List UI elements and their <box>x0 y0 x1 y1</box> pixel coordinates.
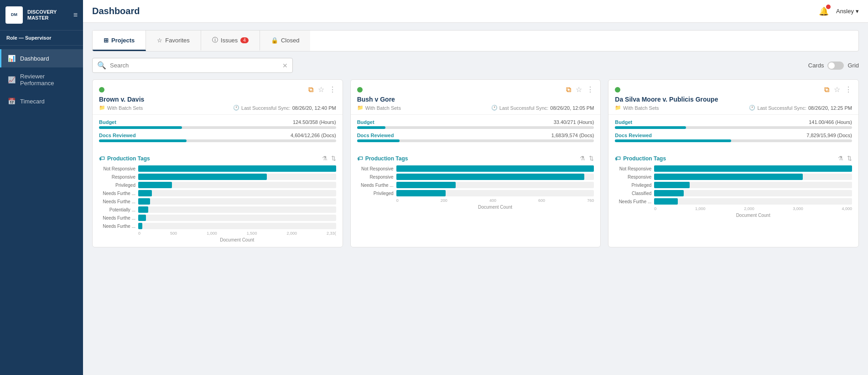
sync-icon: 🕐 <box>233 105 239 111</box>
card-header: ⧉ ☆ ⋮ Da Silva Moore v. Publicis Groupe … <box>608 80 858 115</box>
issues-badge: 4 <box>240 37 249 43</box>
search-input[interactable] <box>110 62 279 69</box>
bar-row: Needs Furthe ... <box>99 215 336 221</box>
filter-button[interactable]: ⚗ <box>580 155 585 162</box>
bar-chart: Not Responsive Responsive Needs Furthe .… <box>351 165 601 214</box>
card-sync: 🕐 Last Successful Sync: 08/26/20, 12:40 … <box>233 105 336 111</box>
card-title: Brown v. Davis <box>99 96 336 103</box>
sidebar-item-timecard[interactable]: 📅 Timecard <box>0 92 83 110</box>
hamburger-icon[interactable]: ≡ <box>73 11 78 19</box>
user-menu[interactable]: Ansley ▾ <box>836 8 859 15</box>
more-options-button[interactable]: ⋮ <box>587 85 594 94</box>
x-tick: 400 <box>489 198 496 203</box>
tags-controls: ⚗ ⇅ <box>580 155 594 162</box>
copy-button[interactable]: ⧉ <box>824 86 829 94</box>
x-tick: 0 <box>654 206 656 211</box>
bar-track <box>396 165 594 172</box>
sync-icon: 🕐 <box>749 105 755 111</box>
docs-stat: Docs Reviewed 4,604/12,266 (Docs) <box>99 133 336 142</box>
copy-button[interactable]: ⧉ <box>308 86 313 94</box>
card-top-row: ⧉ ☆ ⋮ <box>99 85 336 94</box>
card-batch-sets: 📁 With Batch Sets <box>99 105 143 111</box>
tab-issues[interactable]: ⓘ Issues 4 <box>201 31 260 51</box>
tags-label: Production Tags <box>365 155 408 162</box>
favorite-button[interactable]: ☆ <box>834 85 840 94</box>
bar-track <box>654 165 852 172</box>
budget-label: Budget <box>99 119 116 125</box>
more-options-button[interactable]: ⋮ <box>329 85 336 94</box>
sort-button[interactable]: ⇅ <box>331 155 336 162</box>
budget-value: 124.50/358 (Hours) <box>293 119 336 125</box>
batch-sets-icon: 📁 <box>99 105 105 111</box>
bar-track <box>138 190 336 196</box>
x-tick: 500 <box>170 231 177 236</box>
card-stats: Budget 124.50/358 (Hours) Docs Reviewed … <box>93 115 343 150</box>
bar-chart: Not Responsive Responsive Privileged <box>93 165 343 247</box>
notification-icon[interactable]: 🔔 <box>819 6 829 16</box>
favorite-button[interactable]: ☆ <box>576 85 582 94</box>
x-axis-label: Document Count <box>357 205 594 210</box>
sidebar-logo: DM DISCOVERY MASTER ≡ <box>0 0 83 31</box>
docs-progress-fill <box>357 139 400 142</box>
sidebar-nav: 📊 Dashboard 📈 Reviewer Performance 📅 Tim… <box>0 46 83 114</box>
sidebar-item-reviewer-performance[interactable]: 📈 Reviewer Performance <box>0 67 83 92</box>
x-tick: 0 <box>138 231 140 236</box>
budget-stat: Budget 124.50/358 (Hours) <box>99 119 336 129</box>
card-header: ⧉ ☆ ⋮ Bush v Gore 📁 With Batch Sets 🕐 <box>351 80 601 115</box>
notification-badge <box>826 5 831 9</box>
card-top-row: ⧉ ☆ ⋮ <box>357 85 594 94</box>
bar-row: Responsive <box>615 174 852 180</box>
sidebar-item-dashboard[interactable]: 📊 Dashboard <box>0 49 83 67</box>
bar-fill <box>138 174 267 180</box>
bar-fill <box>654 174 802 180</box>
more-options-button[interactable]: ⋮ <box>845 85 852 94</box>
card-tags-section: 🏷 Production Tags ⚗ ⇅ <box>351 150 601 162</box>
bar-track <box>654 190 852 196</box>
bar-fill <box>396 165 594 172</box>
card-header: ⧉ ☆ ⋮ Brown v. Davis 📁 With Batch Sets 🕐 <box>93 80 343 115</box>
bar-row: Responsive <box>99 174 336 180</box>
card-meta: 📁 With Batch Sets 🕐 Last Successful Sync… <box>615 105 852 111</box>
filter-button[interactable]: ⚗ <box>322 155 327 162</box>
copy-button[interactable]: ⧉ <box>566 86 571 94</box>
sidebar-item-label: Timecard <box>20 98 45 105</box>
search-clear-icon[interactable]: ✕ <box>282 62 288 69</box>
sidebar-role: Role — Supervisor <box>0 31 83 46</box>
sort-button[interactable]: ⇅ <box>847 155 852 162</box>
sort-button[interactable]: ⇅ <box>589 155 594 162</box>
budget-progress-fill <box>99 126 182 129</box>
tags-controls: ⚗ ⇅ <box>838 155 852 162</box>
bar-label: Responsive <box>99 175 135 180</box>
page-title: Dashboard <box>92 6 140 16</box>
budget-label: Budget <box>615 119 632 125</box>
grid-label: Grid <box>847 62 859 69</box>
favorite-button[interactable]: ☆ <box>318 85 324 94</box>
tab-closed[interactable]: 🔒 Closed <box>260 31 310 51</box>
tags-title: 🏷 Production Tags <box>357 155 408 162</box>
tab-projects[interactable]: ⊞ Projects <box>93 31 146 51</box>
sidebar: DM DISCOVERY MASTER ≡ Role — Supervisor … <box>0 0 83 375</box>
budget-stat: Budget 141.00/466 (Hours) <box>615 119 852 129</box>
view-toggle-switch[interactable] <box>827 62 844 70</box>
bar-label: Privileged <box>99 183 135 188</box>
bar-label: Classified <box>615 191 651 196</box>
budget-progress-fill <box>357 126 385 129</box>
bar-label: Needs Furthe ... <box>99 224 135 229</box>
card-actions: ⧉ ☆ ⋮ <box>824 85 852 94</box>
status-dot <box>615 87 620 92</box>
batch-sets-label: With Batch Sets <box>623 105 659 111</box>
card-sync: 🕐 Last Successful Sync: 08/26/20, 12:05 … <box>491 105 594 111</box>
docs-label-row: Docs Reviewed 7,829/15,949 (Docs) <box>615 133 852 138</box>
filter-button[interactable]: ⚗ <box>838 155 843 162</box>
x-tick: 1,500 <box>247 231 257 236</box>
content-area: ⊞ Projects ☆ Favorites ⓘ Issues 4 🔒 Clos… <box>83 23 868 375</box>
bar-fill <box>654 198 678 205</box>
tab-favorites[interactable]: ☆ Favorites <box>146 31 201 51</box>
bar-row: Privileged <box>615 182 852 188</box>
docs-label-row: Docs Reviewed 1,683/9,574 (Docs) <box>357 133 594 138</box>
budget-stat: Budget 33.40/271 (Hours) <box>357 119 594 129</box>
issues-icon: ⓘ <box>212 36 218 44</box>
x-axis-label: Document Count <box>615 213 852 218</box>
card-stats: Budget 33.40/271 (Hours) Docs Reviewed 1… <box>351 115 601 150</box>
topbar: Dashboard 🔔 Ansley ▾ <box>83 0 868 23</box>
